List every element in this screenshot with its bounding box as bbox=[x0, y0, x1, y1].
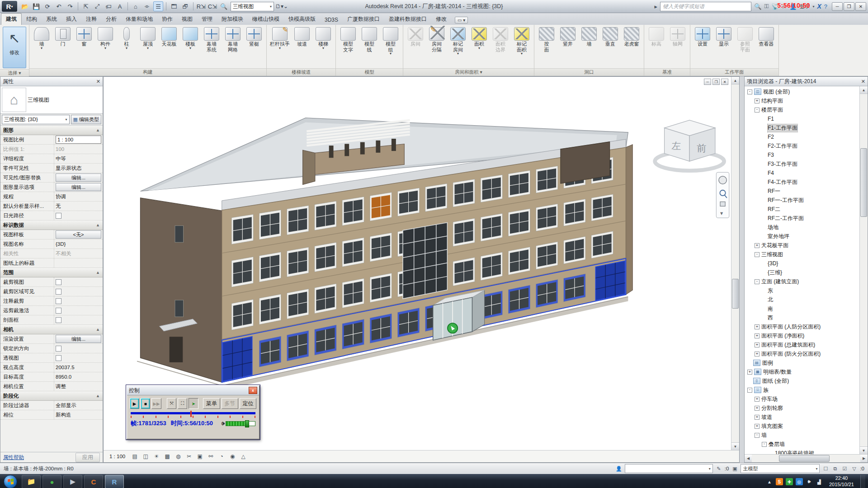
restore-button[interactable]: ❐ bbox=[844, 2, 854, 11]
ribbon-tab-视图[interactable]: 视图 bbox=[177, 14, 197, 25]
ribbon-button-model-group[interactable]: 模型组▾ bbox=[380, 26, 401, 55]
taskbar-clock[interactable]: 22:40 2015/10/21 bbox=[826, 475, 858, 488]
crop-region-icon[interactable]: ▣ bbox=[195, 452, 204, 461]
property-value[interactable]: 编辑... bbox=[54, 334, 103, 343]
properties-help-link[interactable]: 属性帮助 bbox=[3, 454, 24, 461]
browser-item-面积平面 (净面积)[interactable]: +面积平面 (净面积) bbox=[745, 331, 859, 340]
browser-item-label[interactable]: 室外地坪 bbox=[768, 233, 789, 240]
qat-customize-chevron-icon[interactable]: ⌄ bbox=[283, 3, 288, 9]
ribbon-button-ramp[interactable]: 坡道 bbox=[292, 26, 312, 47]
locate-button[interactable]: 定位 bbox=[240, 398, 256, 409]
property-row-注释裁剪[interactable]: 注释裁剪 bbox=[0, 296, 103, 306]
media-player-icon[interactable]: ▶ bbox=[63, 475, 82, 488]
dropdown-arrow-icon[interactable]: ▾ bbox=[478, 47, 480, 49]
ribbon-button-wall[interactable]: 墙▾ bbox=[31, 26, 52, 50]
browser-item-视图 (全部)[interactable]: -◫视图 (全部) bbox=[745, 87, 859, 96]
property-value[interactable]: <无> bbox=[54, 230, 103, 239]
ribbon-button-window[interactable]: 窗 bbox=[74, 26, 94, 47]
ribbon-tab-插入[interactable]: 插入 bbox=[61, 14, 81, 25]
viewport-vertical-scrollbar[interactable]: ▲ ▼ bbox=[731, 77, 739, 450]
browser-item-label[interactable]: 面积平面 (人防分区面积) bbox=[761, 323, 821, 331]
detail-level-icon[interactable]: ▤ bbox=[130, 452, 139, 461]
browser-item-label[interactable]: F4-工作平面 bbox=[768, 178, 797, 186]
browser-scroll-right-icon[interactable]: ▶ bbox=[860, 455, 868, 462]
scrollbar-thumb[interactable] bbox=[732, 279, 739, 309]
property-edit-button[interactable]: <无> bbox=[56, 230, 101, 239]
browser-item-北[interactable]: 北 bbox=[745, 295, 859, 304]
browser-item-label[interactable]: 视图 (全部) bbox=[763, 88, 790, 96]
browser-vertical-scrollbar[interactable]: ▲ ▼ bbox=[859, 86, 868, 454]
ribbon-button-model-text[interactable]: 模型文字 bbox=[338, 26, 359, 53]
section-collapse-icon[interactable]: ▲ bbox=[96, 128, 100, 132]
browser-item-label[interactable]: 面积平面 (防火分区面积) bbox=[761, 350, 821, 358]
property-value[interactable] bbox=[54, 277, 103, 286]
dropdown-arrow-icon[interactable]: ▾ bbox=[189, 47, 191, 49]
ribbon-tab-协作[interactable]: 协作 bbox=[157, 14, 177, 25]
browser-item-分割轮廓[interactable]: +分割轮廓 bbox=[745, 404, 859, 413]
browser-item-label[interactable]: 图纸 (全部) bbox=[762, 377, 789, 385]
multi-section-button[interactable]: 多节 bbox=[222, 398, 238, 409]
im-icon[interactable]: ◎ bbox=[796, 478, 803, 485]
property-value[interactable]: 8950.0 bbox=[54, 372, 103, 381]
browser-item-label[interactable]: F4 bbox=[768, 170, 774, 176]
property-value[interactable]: 编辑... bbox=[54, 183, 103, 192]
ribbon-tab-修改[interactable]: 修改 bbox=[431, 14, 451, 25]
browser-horizontal-scrollbar[interactable]: ◀ ▶ bbox=[745, 454, 868, 462]
browser-item-面积平面 (总建筑面积)[interactable]: +面积平面 (总建筑面积) bbox=[745, 340, 859, 349]
ribbon-tab-体量和场地[interactable]: 体量和场地 bbox=[121, 14, 157, 25]
browser-item-label[interactable]: 北 bbox=[768, 296, 773, 304]
infocenter-expand-icon[interactable]: ▸ bbox=[655, 3, 658, 10]
browser-item-墙[interactable]: -墙 bbox=[745, 431, 859, 440]
shadows-icon[interactable]: ▩ bbox=[163, 452, 172, 461]
browser-item-label[interactable]: 结构平面 bbox=[761, 97, 783, 105]
browser-item-东[interactable]: 东 bbox=[745, 286, 859, 295]
control-dialog-close-icon[interactable]: x bbox=[249, 387, 257, 394]
edit-type-button[interactable]: ▦ 编辑类型 bbox=[71, 115, 101, 124]
property-checkbox[interactable] bbox=[56, 213, 61, 219]
sign-in-dropdown-icon[interactable]: ▾ bbox=[812, 5, 814, 9]
property-row-图纸上的标题[interactable]: 图纸上的标题 bbox=[0, 258, 103, 268]
property-row-图形显示选项[interactable]: 图形显示选项编辑... bbox=[0, 183, 103, 192]
property-edit-button[interactable]: 编辑... bbox=[56, 183, 101, 191]
browser-item-label[interactable]: 分割轮廓 bbox=[761, 404, 783, 412]
crop-view-icon[interactable]: ✂ bbox=[184, 452, 193, 461]
browser-icon[interactable]: ● bbox=[42, 475, 61, 488]
fullscreen-mode-icon[interactable]: ⛶ bbox=[178, 398, 187, 409]
property-row-详细程度[interactable]: 详细程度中等 bbox=[0, 154, 103, 164]
dropdown-arrow-icon[interactable]: ▾ bbox=[457, 52, 459, 55]
property-value[interactable]: 调整 bbox=[54, 382, 103, 391]
browser-item-图例[interactable]: ▤图例 bbox=[745, 358, 859, 367]
browser-item-label[interactable]: F1-工作平面 bbox=[768, 124, 797, 132]
workset-combo[interactable]: ▾ bbox=[625, 464, 713, 473]
browser-item-F1-工作平面[interactable]: F1-工作平面 bbox=[745, 123, 859, 132]
ribbon-tab-系统[interactable]: 系统 bbox=[42, 14, 61, 25]
view-scale-button[interactable]: 1 : 100 bbox=[106, 453, 128, 460]
expand-icon[interactable]: + bbox=[755, 424, 760, 429]
open-icon[interactable]: 📂 bbox=[20, 1, 30, 11]
property-checkbox[interactable] bbox=[56, 279, 61, 285]
ribbon-button-ref-plane[interactable]: 参照平面 bbox=[735, 26, 755, 53]
resize-mode-icon[interactable]: ⤧ bbox=[167, 398, 176, 409]
browser-item-label[interactable]: {三维} bbox=[768, 269, 782, 277]
visual-style-icon[interactable]: ◫ bbox=[141, 452, 150, 461]
property-value[interactable]: 无 bbox=[54, 202, 103, 211]
property-checkbox[interactable] bbox=[56, 289, 61, 295]
property-edit-button[interactable]: 编辑... bbox=[56, 174, 101, 182]
ribbon-button-vertical-opening[interactable]: 垂直 bbox=[600, 26, 621, 47]
property-row-视点高度[interactable]: 视点高度20037.5 bbox=[0, 363, 103, 372]
dropdown-arrow-icon[interactable]: ▾ bbox=[126, 47, 127, 49]
property-value[interactable]: 1 : 100 bbox=[54, 135, 103, 144]
dropdown-arrow-icon[interactable]: ▾ bbox=[279, 47, 281, 49]
ribbon-tab-分析[interactable]: 分析 bbox=[101, 14, 121, 25]
press-drag-checkbox[interactable]: ☑ bbox=[841, 465, 848, 472]
ribbon-button-level[interactable]: 标高 bbox=[646, 26, 667, 47]
property-row-远剪裁激活[interactable]: 远剪裁激活 bbox=[0, 306, 103, 315]
play-button[interactable]: ▶ bbox=[130, 398, 139, 409]
property-section-标识数据[interactable]: 标识数据▲ bbox=[0, 221, 103, 230]
property-section-图形[interactable]: 图形▲ bbox=[0, 126, 103, 135]
browser-item-南[interactable]: 南 bbox=[745, 304, 859, 313]
browser-item-面积平面 (人防分区面积)[interactable]: +面积平面 (人防分区面积) bbox=[745, 322, 859, 331]
browser-item-label[interactable]: 场地 bbox=[768, 224, 778, 231]
browser-scroll-left-icon[interactable]: ◀ bbox=[745, 455, 752, 462]
ribbon-button-railing[interactable]: 栏杆扶手▾ bbox=[269, 26, 291, 50]
